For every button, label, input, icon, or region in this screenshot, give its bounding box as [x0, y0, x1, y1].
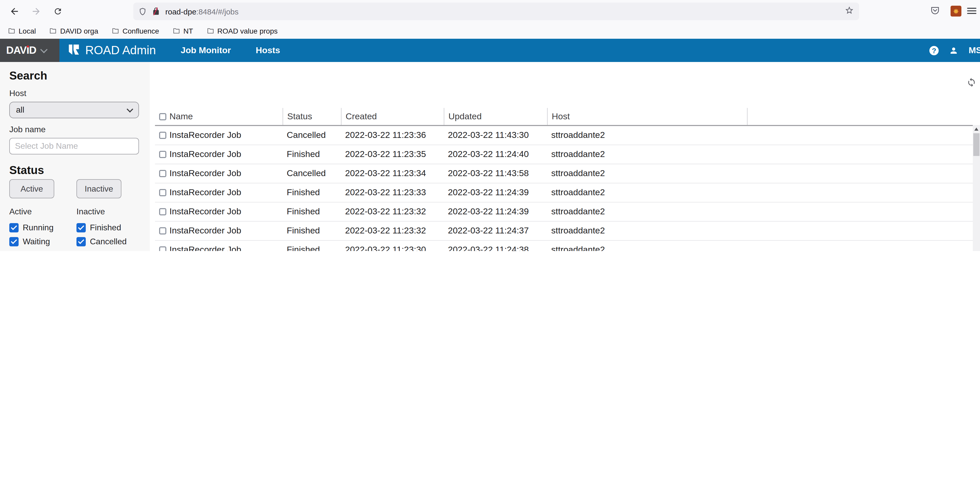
job-name-input[interactable] [9, 138, 139, 154]
url-bar[interactable]: road-dpe:8484/#/jobs [133, 3, 859, 20]
nav-items: Job MonitorHosts [181, 45, 280, 56]
cell-status: Finished [283, 149, 341, 160]
url-host: road-dpe [165, 7, 196, 16]
user-icon[interactable] [949, 46, 958, 55]
cell-status: Finished [283, 245, 341, 251]
app-navbar: DAVID ROAD Admin Job MonitorHosts ? MS [0, 39, 980, 62]
inactive-button[interactable]: Inactive [76, 179, 121, 198]
help-icon[interactable]: ? [929, 46, 939, 55]
refresh-icon [967, 78, 976, 87]
chevron-down-icon [127, 106, 133, 112]
cell-updated: 2022-03-22 11:24:39 [444, 207, 547, 217]
bookmark-star-button[interactable] [845, 6, 854, 17]
folder-icon [49, 27, 57, 34]
nav-item-hosts[interactable]: Hosts [256, 45, 280, 56]
row-checkbox[interactable] [159, 208, 166, 215]
cell-created: 2022-03-22 11:23:33 [341, 187, 444, 198]
folder-icon [8, 27, 16, 34]
insecure-lock-icon[interactable] [152, 7, 160, 16]
row-checkbox[interactable] [159, 246, 166, 251]
forward-icon [31, 6, 41, 16]
bookmark-label: DAVID orga [60, 27, 98, 35]
table-row[interactable]: InstaRecorder Job Finished 2022-03-22 11… [155, 145, 973, 164]
bookmark-local[interactable]: Local [8, 27, 36, 35]
checkbox-label: Error [90, 251, 108, 251]
select-all-checkbox[interactable] [159, 113, 166, 120]
status-group-active: Active Running Waiting Paused Updating [9, 207, 56, 251]
folder-icon [173, 27, 180, 34]
column-header-host[interactable]: Host [547, 108, 747, 125]
browser-window: road-dpe:8484/#/jobs ✸ Local DAVID orga … [0, 0, 980, 251]
search-sidebar: Search Host all Job name Status Active I… [0, 62, 150, 251]
table-row[interactable]: InstaRecorder Job Finished 2022-03-22 11… [155, 183, 973, 202]
table-row[interactable]: InstaRecorder Job Finished 2022-03-22 11… [155, 222, 973, 241]
cell-name: InstaRecorder Job [169, 149, 283, 160]
column-header-status[interactable]: Status [283, 108, 341, 125]
bookmarks-bar: Local DAVID orga Confluence NT ROAD valu… [0, 23, 980, 39]
table-header-row: Name Status Created Updated Host [155, 108, 973, 126]
status-group-label: Active [9, 207, 56, 216]
browser-toolbar: road-dpe:8484/#/jobs ✸ [0, 0, 980, 23]
checkbox-cancelled[interactable] [76, 237, 86, 246]
checkbox-paused[interactable] [9, 251, 19, 251]
bookmark-david-orga[interactable]: DAVID orga [49, 27, 98, 35]
host-label: Host [9, 89, 26, 98]
folder-icon [206, 27, 214, 34]
reload-button[interactable] [52, 5, 64, 17]
nav-item-job-monitor[interactable]: Job Monitor [181, 45, 231, 56]
cell-updated: 2022-03-22 11:24:37 [444, 226, 547, 236]
active-button[interactable]: Active [9, 179, 54, 198]
refresh-button[interactable] [967, 78, 976, 89]
vertical-scrollbar[interactable] [973, 125, 980, 251]
table-row[interactable]: InstaRecorder Job Finished 2022-03-22 11… [155, 241, 973, 251]
back-button[interactable] [8, 5, 21, 17]
row-checkbox[interactable] [159, 132, 166, 139]
column-header-name[interactable]: Name [169, 111, 283, 122]
table-row[interactable]: InstaRecorder Job Cancelled 2022-03-22 1… [155, 164, 973, 183]
cell-created: 2022-03-22 11:23:35 [341, 149, 444, 160]
extension-icon[interactable]: ✸ [951, 6, 961, 16]
pocket-button[interactable] [930, 6, 940, 18]
status-group-inactive: Inactive Finished Cancelled Error Termin… [76, 207, 131, 251]
cell-host: sttroaddante2 [547, 187, 747, 198]
checkbox-running[interactable] [9, 223, 19, 232]
row-checkbox[interactable] [159, 189, 166, 196]
cell-name: InstaRecorder Job [169, 130, 283, 140]
checkbox-waiting[interactable] [9, 237, 19, 246]
url-path: :8484/#/jobs [196, 7, 239, 16]
cell-status: Cancelled [283, 168, 341, 179]
bookmark-road-value-props[interactable]: ROAD value props [206, 27, 277, 35]
row-checkbox[interactable] [159, 151, 166, 158]
cell-created: 2022-03-22 11:23:34 [341, 168, 444, 179]
folder-icon [111, 27, 119, 34]
scroll-up-icon[interactable] [974, 127, 978, 131]
cell-host: sttroaddante2 [547, 226, 747, 236]
cell-created: 2022-03-22 11:23:36 [341, 130, 444, 140]
checkbox-error[interactable] [76, 251, 86, 251]
table-row[interactable]: InstaRecorder Job Finished 2022-03-22 11… [155, 202, 973, 222]
cell-updated: 2022-03-22 11:24:40 [444, 149, 547, 160]
row-checkbox[interactable] [159, 227, 166, 235]
bookmark-nt[interactable]: NT [173, 27, 193, 35]
table-body: InstaRecorder Job Cancelled 2022-03-22 1… [155, 126, 973, 251]
bookmark-label: Local [19, 27, 36, 35]
cell-updated: 2022-03-22 11:43:58 [444, 168, 547, 179]
host-select[interactable]: all [9, 102, 139, 118]
column-header-updated[interactable]: Updated [444, 108, 547, 125]
bookmark-confluence[interactable]: Confluence [111, 27, 159, 35]
david-menu[interactable]: DAVID [0, 39, 59, 62]
checkbox-finished[interactable] [76, 223, 86, 232]
row-checkbox[interactable] [159, 170, 166, 177]
scrollbar-thumb[interactable] [973, 133, 980, 156]
cell-updated: 2022-03-22 11:24:38 [444, 245, 547, 251]
cell-updated: 2022-03-22 11:24:39 [444, 187, 547, 198]
shield-icon[interactable] [138, 7, 147, 16]
forward-button[interactable] [30, 5, 42, 17]
menu-button[interactable] [967, 8, 976, 14]
cell-created: 2022-03-22 11:23:30 [341, 245, 444, 251]
column-header-created[interactable]: Created [341, 108, 444, 125]
bookmark-label: NT [183, 27, 193, 35]
checkbox-label: Paused [23, 251, 51, 251]
table-row[interactable]: InstaRecorder Job Cancelled 2022-03-22 1… [155, 126, 973, 145]
user-name[interactable]: MS [969, 45, 980, 56]
